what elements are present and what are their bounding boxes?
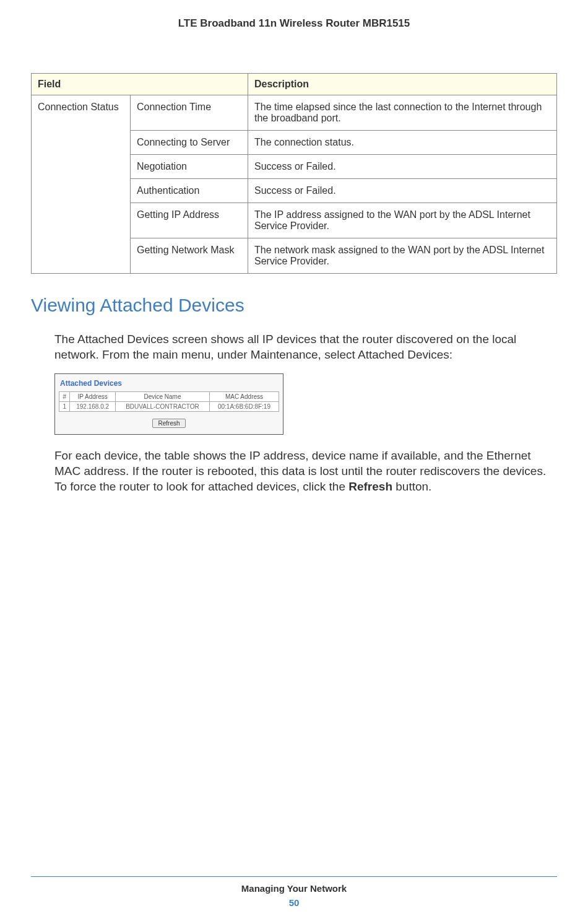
desc-cell: Success or Failed. (248, 155, 557, 179)
col-description: Description (248, 74, 557, 95)
cell-ip: 192.168.0.2 (70, 402, 116, 412)
paragraph-details: For each device, the table shows the IP … (31, 448, 557, 494)
device-table-header: # IP Address Device Name MAC Address (59, 392, 279, 402)
col-field: Field (32, 74, 248, 95)
footer-rule (31, 876, 557, 877)
col-mac: MAC Address (209, 392, 279, 402)
refresh-row: Refresh (59, 417, 279, 428)
group-cell-connection-status: Connection Status (32, 95, 131, 274)
paragraph-intro: The Attached Devices screen shows all IP… (31, 332, 557, 362)
footer-text: Managing Your Network (0, 883, 588, 894)
col-ip: IP Address (70, 392, 116, 402)
desc-cell: The IP address assigned to the WAN port … (248, 203, 557, 238)
field-cell: Connection Time (131, 95, 248, 131)
table-header-row: Field Description (32, 74, 557, 95)
desc-cell: Success or Failed. (248, 179, 557, 203)
field-cell: Connecting to Server (131, 131, 248, 155)
field-cell: Getting IP Address (131, 203, 248, 238)
section-heading-viewing-attached-devices: Viewing Attached Devices (31, 295, 557, 316)
fields-table: Field Description Connection Status Conn… (31, 73, 557, 274)
screenshot-title: Attached Devices (59, 378, 279, 391)
field-cell: Authentication (131, 179, 248, 203)
refresh-button[interactable]: Refresh (152, 419, 185, 428)
para2-part-a: For each device, the table shows the IP … (54, 449, 546, 492)
device-table: # IP Address Device Name MAC Address 1 1… (59, 391, 279, 412)
cell-mac: 00:1A:6B:6D:8F:19 (209, 402, 279, 412)
page-content: Field Description Connection Status Conn… (0, 30, 588, 494)
para2-part-b: button. (392, 480, 431, 493)
page-header-title: LTE Broadband 11n Wireless Router MBR151… (0, 0, 588, 30)
field-cell: Negotiation (131, 155, 248, 179)
field-cell: Getting Network Mask (131, 238, 248, 274)
para2-bold-refresh: Refresh (348, 480, 392, 493)
device-table-row: 1 192.168.0.2 BDUVALL-CONTRACTOR 00:1A:6… (59, 402, 279, 412)
table-row: Connection Status Connection Time The ti… (32, 95, 557, 131)
col-num: # (59, 392, 70, 402)
page-footer: Managing Your Network 50 (0, 876, 588, 908)
attached-devices-screenshot: Attached Devices # IP Address Device Nam… (54, 373, 283, 435)
page-number: 50 (0, 897, 588, 908)
desc-cell: The network mask assigned to the WAN por… (248, 238, 557, 274)
desc-cell: The time elapsed since the last connecti… (248, 95, 557, 131)
cell-num: 1 (59, 402, 70, 412)
col-devicename: Device Name (115, 392, 209, 402)
cell-name: BDUVALL-CONTRACTOR (115, 402, 209, 412)
desc-cell: The connection status. (248, 131, 557, 155)
